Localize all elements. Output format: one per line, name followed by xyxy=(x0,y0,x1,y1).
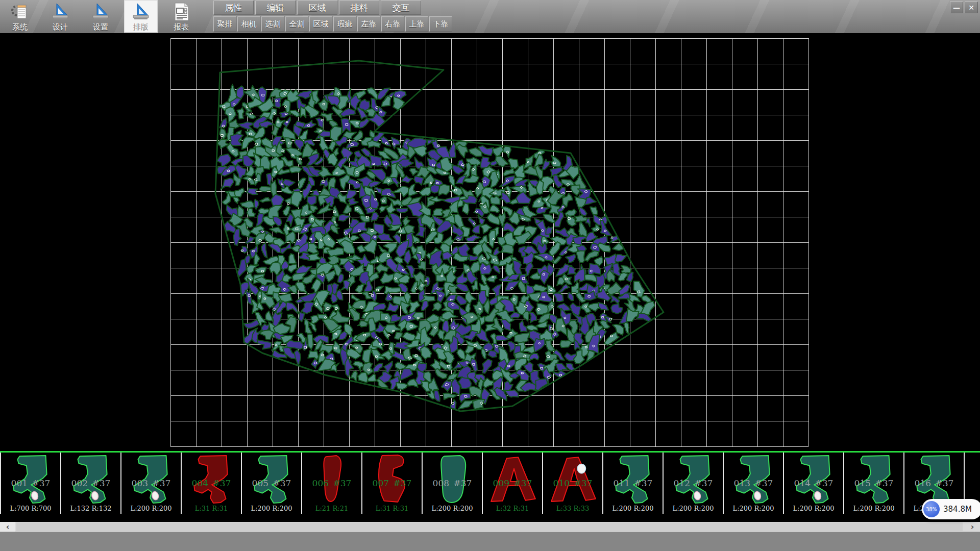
part-thumbnail-11[interactable]: 011_#37L:200 R:200 xyxy=(603,453,664,514)
part-name: 001_#37 xyxy=(1,478,60,488)
app-button-label: 设置 xyxy=(93,22,108,32)
part-count: L:200 R:200 xyxy=(784,505,843,512)
app-button-3[interactable]: 设置 xyxy=(84,0,117,33)
part-thumbnail-12[interactable]: 012_#37L:200 R:200 xyxy=(664,453,724,514)
part-thumbnail-9[interactable]: 009_#37L:32 R:31 xyxy=(483,453,543,514)
tool-button-8[interactable]: 右靠 xyxy=(381,16,404,32)
part-name: 010_#37 xyxy=(543,478,602,488)
part-count: L:31 R:31 xyxy=(182,505,241,512)
part-thumbnail-4[interactable]: 004_#37L:31 R:31 xyxy=(182,453,242,514)
part-name: 015_#37 xyxy=(844,478,903,488)
status-bar xyxy=(0,532,980,551)
app-button-4[interactable]: 排版 xyxy=(124,0,158,33)
parts-strip: 001_#37L:700 R:700002_#37L:132 R:132003_… xyxy=(0,453,980,514)
part-count: L:200 R:200 xyxy=(603,505,663,512)
part-name: 011_#37 xyxy=(603,478,663,488)
part-thumbnail-6[interactable]: 006_#37L:21 R:21 xyxy=(302,453,362,514)
part-count: L:200 R:200 xyxy=(242,505,301,512)
part-thumbnail-13[interactable]: 013_#37L:200 R:200 xyxy=(724,453,784,514)
memory-usage-overlay: 38% 384.8M xyxy=(922,499,980,519)
tool-button-10[interactable]: 下靠 xyxy=(429,16,452,32)
part-count: L:200 R:200 xyxy=(724,505,783,512)
tool-button-1[interactable]: 聚排 xyxy=(213,16,236,32)
scrollbar-thumb[interactable] xyxy=(16,522,963,531)
app-button-label: 系统 xyxy=(12,22,28,32)
part-name: 006_#37 xyxy=(302,478,361,488)
horizontal-scrollbar[interactable]: ‹ › xyxy=(0,522,980,532)
part-name: 005_#37 xyxy=(242,478,301,488)
part-thumbnail-3[interactable]: 003_#37L:200 R:200 xyxy=(121,453,182,514)
part-name: 014_#37 xyxy=(784,478,843,488)
part-name: 004_#37 xyxy=(182,478,241,488)
part-count: L:200 R:200 xyxy=(423,505,482,512)
part-thumbnail-14[interactable]: 014_#37L:200 R:200 xyxy=(784,453,844,514)
part-thumbnail-5[interactable]: 005_#37L:200 R:200 xyxy=(242,453,302,514)
part-thumbnail-8[interactable]: 008_#37L:200 R:200 xyxy=(423,453,483,514)
top-toolbar: 系统设计设置排版报表 属性编辑区域排料交互 聚排相机选割全割区域瑕疵左靠右靠上靠… xyxy=(0,0,980,34)
part-name: 008_#37 xyxy=(423,478,482,488)
part-thumbnail-7[interactable]: 007_#37L:31 R:31 xyxy=(362,453,423,514)
part-name: 016_#37 xyxy=(904,478,964,488)
window-controls: — ✕ xyxy=(950,2,978,13)
settings-icon xyxy=(91,2,110,21)
part-count: L:200 R:200 xyxy=(121,505,181,512)
app-button-label: 排版 xyxy=(133,22,149,32)
tool-button-6[interactable]: 瑕疵 xyxy=(333,16,356,32)
part-thumbnail-1[interactable]: 001_#37L:700 R:700 xyxy=(1,453,61,514)
part-count: L:132 R:132 xyxy=(61,505,120,512)
part-count: L:31 R:31 xyxy=(362,505,422,512)
menu-button-5[interactable]: 交互 xyxy=(381,1,421,15)
tool-button-4[interactable]: 全割 xyxy=(285,16,308,32)
tools-row: 聚排相机选割全割区域瑕疵左靠右靠上靠下靠 xyxy=(213,16,453,32)
menu-button-2[interactable]: 编辑 xyxy=(255,1,296,15)
part-count: L:700 R:700 xyxy=(1,505,60,512)
app-button-2[interactable]: 设计 xyxy=(43,0,77,33)
part-count: L:200 R:200 xyxy=(664,505,723,512)
menu-row: 属性编辑区域排料交互 xyxy=(213,1,423,15)
part-name: 009_#37 xyxy=(483,478,542,488)
nesting-canvas[interactable] xyxy=(0,33,980,451)
part-count: L:33 R:33 xyxy=(543,505,602,512)
part-thumbnail-10[interactable]: 010_#37L:33 R:33 xyxy=(543,453,603,514)
close-button[interactable]: ✕ xyxy=(965,2,978,13)
tool-button-5[interactable]: 区域 xyxy=(309,16,332,32)
tool-button-2[interactable]: 相机 xyxy=(237,16,260,32)
app-button-label: 报表 xyxy=(174,22,189,32)
menu-button-1[interactable]: 属性 xyxy=(213,1,254,15)
part-name: 002_#37 xyxy=(61,478,120,488)
menu-button-3[interactable]: 区域 xyxy=(297,1,337,15)
app-button-1[interactable]: 系统 xyxy=(3,0,37,33)
scroll-left-arrow-icon[interactable]: ‹ xyxy=(0,522,15,532)
app-mode-buttons: 系统设计设置排版报表 xyxy=(3,0,205,33)
app-button-5[interactable]: 报表 xyxy=(164,0,198,33)
minimize-button[interactable]: — xyxy=(950,2,963,13)
part-name: 007_#37 xyxy=(362,478,422,488)
cpu-percent-value: 38% xyxy=(926,507,937,512)
part-name: 013_#37 xyxy=(724,478,783,488)
part-count: L:200 R:200 xyxy=(844,505,903,512)
part-count: L:21 R:21 xyxy=(302,505,361,512)
memory-value: 384.8M xyxy=(943,499,972,519)
nesting-icon xyxy=(131,2,151,21)
cpu-percent-badge: 38% xyxy=(923,501,940,517)
menu-button-4[interactable]: 排料 xyxy=(339,1,379,15)
report-icon xyxy=(172,2,191,21)
part-thumbnail-15[interactable]: 015_#37L:200 R:200 xyxy=(844,453,904,514)
part-name: 003_#37 xyxy=(121,478,181,488)
part-name: 012_#37 xyxy=(664,478,723,488)
scroll-right-arrow-icon[interactable]: › xyxy=(965,522,980,532)
tool-button-7[interactable]: 左靠 xyxy=(357,16,380,32)
tool-button-9[interactable]: 上靠 xyxy=(405,16,428,32)
design-icon xyxy=(51,2,70,21)
app-button-label: 设计 xyxy=(53,22,68,32)
part-count: L:32 R:31 xyxy=(483,505,542,512)
system-icon xyxy=(10,2,30,21)
application-window: 系统设计设置排版报表 属性编辑区域排料交互 聚排相机选割全割区域瑕疵左靠右靠上靠… xyxy=(0,0,980,551)
part-thumbnail-2[interactable]: 002_#37L:132 R:132 xyxy=(61,453,121,514)
tool-button-3[interactable]: 选割 xyxy=(261,16,284,32)
